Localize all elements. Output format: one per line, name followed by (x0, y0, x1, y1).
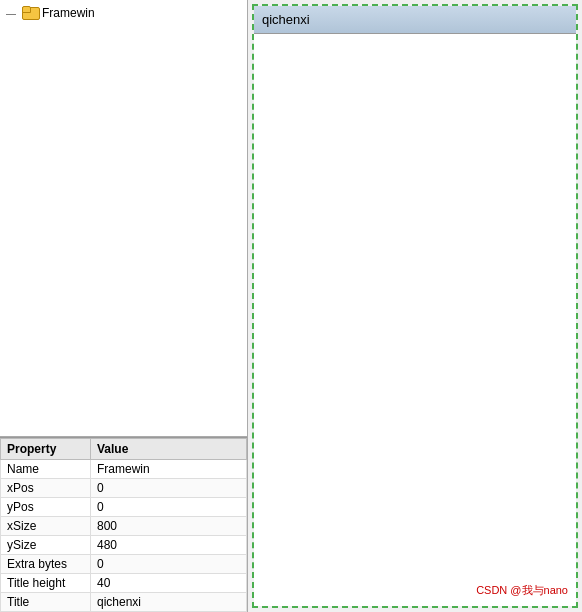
table-row: xSize800 (1, 517, 247, 536)
folder-icon (22, 6, 38, 20)
table-row: ySize480 (1, 536, 247, 555)
tree-view[interactable]: — Framewin (0, 0, 247, 437)
property-value: 480 (91, 536, 247, 555)
table-row: yPos0 (1, 498, 247, 517)
properties-body: NameFramewinxPos0yPos0xSize800ySize480Ex… (1, 460, 247, 612)
header-property: Property (1, 439, 91, 460)
property-value: 0 (91, 555, 247, 574)
table-row: Title height40 (1, 574, 247, 593)
tree-item-framewin[interactable]: — Framewin (2, 4, 245, 22)
expand-icon: — (6, 8, 16, 19)
table-row: xPos0 (1, 479, 247, 498)
properties-header-row: Property Value (1, 439, 247, 460)
property-name: yPos (1, 498, 91, 517)
property-name: ySize (1, 536, 91, 555)
property-value: qichenxi (91, 593, 247, 612)
property-value: 0 (91, 479, 247, 498)
header-value: Value (91, 439, 247, 460)
property-value: 800 (91, 517, 247, 536)
property-name: Extra bytes (1, 555, 91, 574)
tree-item-label: Framewin (42, 6, 95, 20)
property-name: Title height (1, 574, 91, 593)
right-panel-preview: qichenxi CSDN @我与nano (252, 4, 578, 608)
table-row: Extra bytes0 (1, 555, 247, 574)
property-name: Title (1, 593, 91, 612)
property-value: 0 (91, 498, 247, 517)
properties-panel: Property Value NameFramewinxPos0yPos0xSi… (0, 437, 247, 612)
left-panel: — Framewin Property Value NameFramewinxP… (0, 0, 248, 612)
table-row: Titleqichenxi (1, 593, 247, 612)
property-name: xSize (1, 517, 91, 536)
preview-content (254, 34, 576, 606)
properties-table: Property Value NameFramewinxPos0yPos0xSi… (0, 438, 247, 612)
property-value: 40 (91, 574, 247, 593)
property-name: Name (1, 460, 91, 479)
preview-titlebar: qichenxi (254, 6, 576, 34)
watermark: CSDN @我与nano (476, 583, 568, 598)
preview-window: qichenxi (254, 6, 576, 606)
preview-title: qichenxi (262, 12, 310, 27)
property-value: Framewin (91, 460, 247, 479)
table-row: NameFramewin (1, 460, 247, 479)
property-name: xPos (1, 479, 91, 498)
main-container: — Framewin Property Value NameFramewinxP… (0, 0, 582, 612)
